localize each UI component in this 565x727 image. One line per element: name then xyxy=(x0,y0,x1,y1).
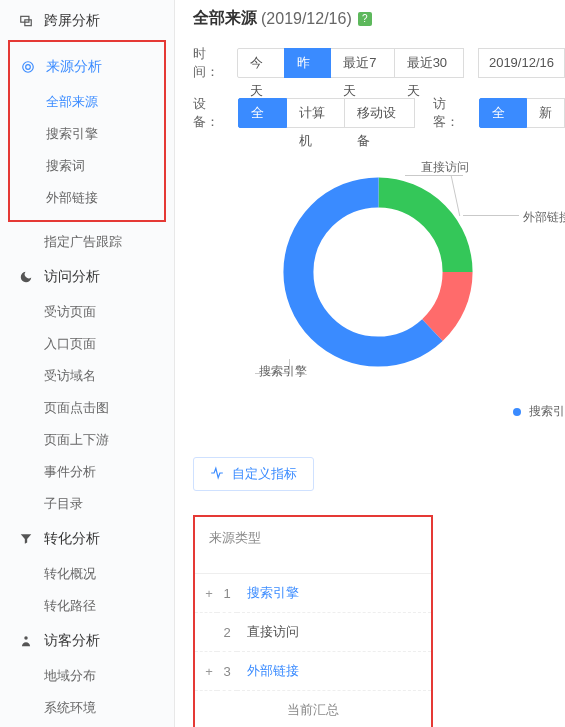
time-today-button[interactable]: 今天 xyxy=(237,48,285,78)
svg-point-3 xyxy=(26,65,31,70)
legend-dot-icon xyxy=(513,408,521,416)
sidebar-group-label: 访问分析 xyxy=(44,268,100,286)
main-content: 全部来源 (2019/12/16) ? 时间： 今天 昨天 最近7天 最近30天… xyxy=(175,0,565,727)
sidebar-item-entry-pages[interactable]: 入口页面 xyxy=(0,328,174,360)
help-icon[interactable]: ? xyxy=(358,12,372,26)
time-last30-button[interactable]: 最近30天 xyxy=(394,48,464,78)
visitor-new-button[interactable]: 新 xyxy=(526,98,565,128)
donut-svg xyxy=(273,167,483,377)
filter-row-time: 时间： 今天 昨天 最近7天 最近30天 2019/12/16 xyxy=(193,45,565,81)
chart-label-direct: 直接访问 xyxy=(421,159,469,176)
sidebar-group-visitor-analysis[interactable]: 访客分析 xyxy=(0,622,174,660)
sidebar-item-visited-domains[interactable]: 受访域名 xyxy=(0,360,174,392)
row-link-external[interactable]: 外部链接 xyxy=(247,663,299,678)
sidebar: 跨屏分析 来源分析 全部来源 搜索引擎 搜索词 外部链接 指定广告跟踪 访问分析… xyxy=(0,0,175,727)
custom-metric-label: 自定义指标 xyxy=(232,465,297,483)
row-index: 3 xyxy=(217,652,237,691)
expand-icon[interactable]: + xyxy=(195,652,217,691)
visitor-all-button[interactable]: 全部 xyxy=(479,98,527,128)
custom-metric-button[interactable]: 自定义指标 xyxy=(193,457,314,491)
target-icon xyxy=(20,59,36,75)
row-link-search-engine[interactable]: 搜索引擎 xyxy=(247,585,299,600)
sidebar-item-visited-pages[interactable]: 受访页面 xyxy=(0,296,174,328)
sidebar-item-region[interactable]: 地域分布 xyxy=(0,660,174,692)
table-row: 2 直接访问 xyxy=(195,613,431,652)
cross-screen-icon xyxy=(18,13,34,29)
svg-point-7 xyxy=(298,192,457,351)
sidebar-group-label: 跨屏分析 xyxy=(44,12,100,30)
sidebar-item-event-analysis[interactable]: 事件分析 xyxy=(0,456,174,488)
chart-label-search: 搜索引擎 xyxy=(259,363,307,380)
chart-label-external: 外部链接 xyxy=(523,209,565,226)
sidebar-group-source-analysis[interactable]: 来源分析 xyxy=(10,48,164,86)
table-footer-summary: 当前汇总 xyxy=(195,691,431,728)
svg-point-4 xyxy=(24,636,28,640)
sidebar-group-conversion-analysis[interactable]: 转化分析 xyxy=(0,520,174,558)
donut-chart: 直接访问 外部链接 搜索引擎 搜索引 xyxy=(193,145,565,435)
device-computer-button[interactable]: 计算机 xyxy=(286,98,345,128)
legend-label: 搜索引 xyxy=(529,403,565,420)
filter-label-device: 设备： xyxy=(193,95,226,131)
sidebar-item-click-heatmap[interactable]: 页面点击图 xyxy=(0,392,174,424)
source-type-table: 来源类型 + 1 搜索引擎 2 直接访问 + 3 xyxy=(195,517,431,727)
pulse-icon xyxy=(210,466,224,483)
page-title-row: 全部来源 (2019/12/16) ? xyxy=(193,8,565,29)
sidebar-group-visit-analysis[interactable]: 访问分析 xyxy=(0,258,174,296)
filter-label-time: 时间： xyxy=(193,45,225,81)
time-last7-button[interactable]: 最近7天 xyxy=(330,48,394,78)
page-title-date: (2019/12/16) xyxy=(261,10,352,28)
sidebar-item-all-sources[interactable]: 全部来源 xyxy=(10,86,164,118)
highlight-box-source-table: 来源类型 + 1 搜索引擎 2 直接访问 + 3 xyxy=(193,515,433,727)
sidebar-item-ad-tracking[interactable]: 指定广告跟踪 xyxy=(0,226,174,258)
page-title: 全部来源 xyxy=(193,8,257,29)
table-row: + 1 搜索引擎 xyxy=(195,574,431,613)
person-icon xyxy=(18,633,34,649)
sidebar-group-label: 来源分析 xyxy=(46,58,102,76)
sidebar-item-system-env[interactable]: 系统环境 xyxy=(0,692,174,724)
row-index: 2 xyxy=(217,613,237,652)
highlight-box-source-analysis: 来源分析 全部来源 搜索引擎 搜索词 外部链接 xyxy=(8,40,166,222)
funnel-icon xyxy=(18,531,34,547)
table-row: + 3 外部链接 xyxy=(195,652,431,691)
sidebar-group-label: 访客分析 xyxy=(44,632,100,650)
sidebar-item-search-term[interactable]: 搜索词 xyxy=(10,150,164,182)
row-text-direct: 直接访问 xyxy=(237,613,431,652)
sidebar-item-conversion-path[interactable]: 转化路径 xyxy=(0,590,174,622)
device-mobile-button[interactable]: 移动设备 xyxy=(344,98,415,128)
expand-icon[interactable]: + xyxy=(195,574,217,613)
date-picker[interactable]: 2019/12/16 xyxy=(478,48,565,78)
sidebar-item-external-link[interactable]: 外部链接 xyxy=(10,182,164,214)
sidebar-item-page-flow[interactable]: 页面上下游 xyxy=(0,424,174,456)
sidebar-group-cross-screen[interactable]: 跨屏分析 xyxy=(0,2,174,40)
chart-legend: 搜索引 xyxy=(513,403,565,420)
time-yesterday-button[interactable]: 昨天 xyxy=(284,48,332,78)
filter-label-visitor: 访客： xyxy=(433,95,466,131)
sidebar-item-subdirectory[interactable]: 子目录 xyxy=(0,488,174,520)
row-index: 1 xyxy=(217,574,237,613)
filter-row-device-visitor: 设备： 全部 计算机 移动设备 访客： 全部 新 xyxy=(193,95,565,131)
sidebar-item-conversion-overview[interactable]: 转化概况 xyxy=(0,558,174,590)
table-header-source-type[interactable]: 来源类型 xyxy=(195,517,431,574)
expand-placeholder xyxy=(195,613,217,652)
sidebar-item-search-engine[interactable]: 搜索引擎 xyxy=(10,118,164,150)
moon-icon xyxy=(18,269,34,285)
svg-point-2 xyxy=(23,62,34,73)
sidebar-group-label: 转化分析 xyxy=(44,530,100,548)
device-all-button[interactable]: 全部 xyxy=(238,98,286,128)
